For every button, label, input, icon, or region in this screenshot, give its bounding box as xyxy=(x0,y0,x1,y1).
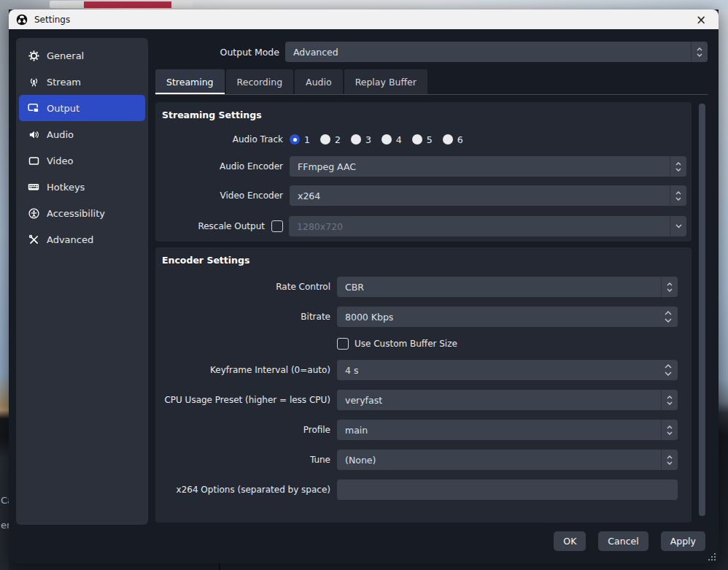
background-text-fragment: Ca xyxy=(1,495,9,506)
scrollbar-thumb[interactable] xyxy=(699,104,705,516)
chevron-up-icon xyxy=(667,396,673,399)
sidebar-item-label: Hotkeys xyxy=(47,182,85,193)
sidebar-item-accessibility[interactable]: Accessibility xyxy=(19,200,145,226)
sidebar-item-hotkeys[interactable]: Hotkeys xyxy=(19,174,145,200)
video-encoder-select[interactable]: x264 xyxy=(290,185,686,206)
bitrate-label: Bitrate xyxy=(162,312,330,322)
spinner-control[interactable] xyxy=(661,390,678,410)
profile-select[interactable]: main xyxy=(337,420,678,440)
resize-grip[interactable] xyxy=(708,553,716,561)
tab-recording[interactable]: Recording xyxy=(226,69,294,94)
background-red-bar xyxy=(84,1,171,8)
radio-track-3[interactable]: 3 xyxy=(351,134,371,145)
sidebar-item-label: Accessibility xyxy=(47,208,105,219)
chevron-down-icon xyxy=(665,318,672,323)
ok-button[interactable]: OK xyxy=(554,531,586,551)
radio-label: 2 xyxy=(335,134,341,145)
radio-track-4[interactable]: 4 xyxy=(382,134,402,145)
sidebar-item-label: Advanced xyxy=(47,234,93,245)
radio-label: 4 xyxy=(396,134,402,145)
cancel-button[interactable]: Cancel xyxy=(598,531,648,551)
spinner-control[interactable] xyxy=(691,42,708,62)
desktop-top-strip xyxy=(0,0,728,9)
rescale-resolution-select[interactable]: 1280x720 xyxy=(289,216,686,236)
spinner-control[interactable] xyxy=(670,156,686,177)
bitrate-row: Bitrate 8000 Kbps xyxy=(162,307,678,327)
desktop-right-strip xyxy=(719,9,728,570)
tools-icon xyxy=(28,234,39,245)
chevron-down-icon xyxy=(667,401,673,405)
radio-track-1[interactable]: 1 xyxy=(290,134,310,145)
radio-selected xyxy=(290,134,300,145)
tab-audio[interactable]: Audio xyxy=(295,69,343,94)
video-encoder-label: Video Encoder xyxy=(162,190,283,201)
tab-streaming[interactable]: Streaming xyxy=(155,69,225,94)
spinner-control[interactable] xyxy=(661,277,678,297)
audio-encoder-label: Audio Encoder xyxy=(162,161,283,172)
speaker-icon xyxy=(28,128,39,140)
tune-row: Tune (None) xyxy=(162,450,678,470)
sidebar-item-audio[interactable]: Audio xyxy=(19,121,145,147)
radio-label: 5 xyxy=(427,134,433,145)
output-tab-bar: Streaming Recording Audio Replay Buffer xyxy=(155,69,427,94)
dropdown-control[interactable] xyxy=(670,216,686,236)
rate-control-row: Rate Control CBR xyxy=(162,277,678,297)
radio-track-6[interactable]: 6 xyxy=(443,134,463,145)
video-encoder-value: x264 xyxy=(298,190,320,201)
accessibility-icon xyxy=(28,207,39,219)
x264-options-label: x264 Options (separated by space) xyxy=(162,485,330,495)
spinner-control[interactable] xyxy=(659,360,678,380)
chevron-up-icon xyxy=(665,311,672,315)
tab-label: Replay Buffer xyxy=(355,77,417,88)
video-encoder-row: Video Encoder x264 xyxy=(162,185,686,206)
rescale-output-checkbox[interactable] xyxy=(271,220,283,232)
bitrate-spinbox[interactable]: 8000 Kbps xyxy=(337,307,678,327)
spinner-control[interactable] xyxy=(661,420,678,440)
cpu-preset-value: veryfast xyxy=(345,395,382,406)
x264-options-input[interactable] xyxy=(337,480,678,500)
spinner-control[interactable] xyxy=(670,185,686,206)
sidebar-item-video[interactable]: Video xyxy=(19,147,145,174)
chevron-down-icon xyxy=(697,53,702,57)
tune-select[interactable]: (None) xyxy=(337,450,678,470)
obs-logo-icon xyxy=(16,14,28,26)
chevron-down-icon xyxy=(675,224,682,228)
output-mode-select[interactable]: Advanced xyxy=(285,42,708,62)
cpu-preset-select[interactable]: veryfast xyxy=(337,390,678,410)
window-title: Settings xyxy=(34,15,70,25)
bitrate-value: 8000 Kbps xyxy=(345,312,393,323)
tab-replay-buffer[interactable]: Replay Buffer xyxy=(344,69,427,94)
broadcast-icon xyxy=(28,76,39,88)
chevron-up-icon xyxy=(667,282,673,286)
settings-dialog: Settings × General Stream xyxy=(9,9,719,563)
tab-label: Audio xyxy=(306,77,332,88)
tune-label: Tune xyxy=(162,455,330,465)
sidebar-item-output[interactable]: Output xyxy=(19,95,145,121)
tab-divider xyxy=(155,94,708,95)
keyframe-interval-spinbox[interactable]: 4 s xyxy=(337,360,678,380)
spinner-control[interactable] xyxy=(659,307,678,327)
profile-value: main xyxy=(345,425,368,436)
audio-encoder-select[interactable]: FFmpeg AAC xyxy=(290,156,686,177)
radio-label: 1 xyxy=(304,134,310,145)
settings-sidebar: General Stream Output xyxy=(16,38,148,525)
sidebar-item-general[interactable]: General xyxy=(19,42,145,69)
spinner-control[interactable] xyxy=(661,450,678,470)
title-bar[interactable]: Settings × xyxy=(9,9,719,29)
radio-track-5[interactable]: 5 xyxy=(412,134,433,145)
custom-buffer-checkbox[interactable] xyxy=(337,338,349,350)
chevron-down-icon xyxy=(675,197,681,201)
tab-label: Streaming xyxy=(166,77,214,88)
rate-control-select[interactable]: CBR xyxy=(337,277,678,297)
chevron-up-icon xyxy=(667,455,673,459)
desktop-left-strip: Ca er xyxy=(0,9,9,570)
radio-track-2[interactable]: 2 xyxy=(320,134,341,145)
keyframe-interval-row: Keyframe Interval (0=auto) 4 s xyxy=(162,360,678,380)
apply-button[interactable]: Apply xyxy=(661,531,705,551)
streaming-settings-group: Streaming Settings Audio Track 1 2 3 4 5… xyxy=(155,102,692,242)
sidebar-item-stream[interactable]: Stream xyxy=(19,69,145,95)
sidebar-item-advanced[interactable]: Advanced xyxy=(19,226,145,253)
rescale-output-label: Rescale Output xyxy=(162,221,265,231)
tune-value: (None) xyxy=(345,455,376,466)
close-icon[interactable]: × xyxy=(691,9,711,29)
